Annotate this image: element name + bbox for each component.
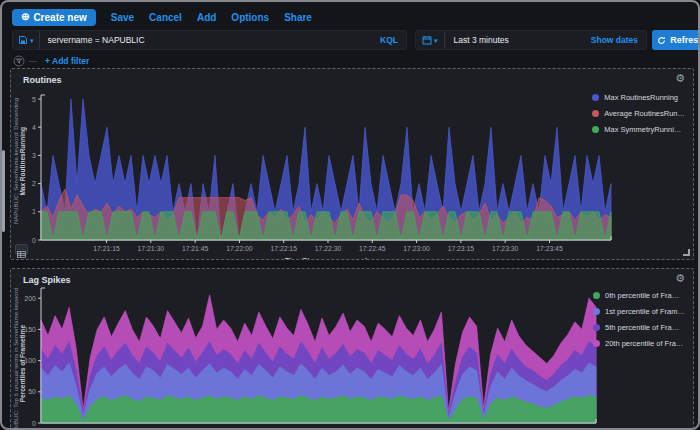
lag-spikes-chart-canvas[interactable]: 050100150200 [11,281,693,430]
svg-text:17:21:30: 17:21:30 [138,245,165,252]
time-range-display[interactable]: Last 3 minutes [445,35,591,45]
panel-routines: Routines ⚙ NAPUBLIC; ServerName.keyword:… [10,68,694,260]
panel-lag-spikes: Lag Spikes ⚙ NAPUBLIC: Top 6 unusual ter… [10,268,694,430]
svg-text:17:22:00: 17:22:00 [226,245,253,252]
svg-text:17:23:00: 17:23:00 [403,245,430,252]
svg-text:17:23:45: 17:23:45 [536,245,563,252]
chevron-down-icon: ▾ [30,37,34,44]
create-new-label: Create new [33,12,86,23]
svg-text:17:21:15: 17:21:15 [93,245,120,252]
add-button[interactable]: Add [197,12,216,23]
legend-dot-icon [592,94,599,101]
svg-text:17:22:45: 17:22:45 [359,245,386,252]
kql-language-button[interactable]: KQL [380,35,406,45]
legend-dot-icon [592,126,599,133]
legend: Max RoutinesRunningAverage RoutinesRun…M… [592,93,685,134]
filter-icon[interactable] [13,55,25,67]
svg-text:17:22:30: 17:22:30 [315,245,342,252]
plus-circle-icon: ⊕ [21,12,29,22]
svg-text:17:21:45: 17:21:45 [182,245,209,252]
query-bar: ▾ KQL [12,30,407,50]
svg-text:17:23:15: 17:23:15 [448,245,475,252]
legend-label: 1st percentile of Fram… [605,307,685,316]
legend-item[interactable]: 5th percentile of Fra… [593,323,685,332]
legend-label: 0th percentile of Fra… [605,291,679,300]
legend-dot-icon [593,324,600,331]
legend-item[interactable]: Max SymmetryRunni… [592,125,685,134]
svg-text:150: 150 [24,326,36,333]
dashboard-window: ⊕ Create new Save Cancel Add Options Sha… [0,0,700,430]
legend-dot-icon [592,110,599,117]
svg-text:0: 0 [32,237,36,244]
top-toolbar: ⊕ Create new Save Cancel Add Options Sha… [12,8,688,26]
inspect-data-button[interactable] [15,244,28,255]
save-icon [18,35,28,45]
legend-item[interactable]: Max RoutinesRunning [592,93,685,102]
filter-divider: — [29,56,37,65]
time-picker: ▾ Last 3 minutes Show dates [415,30,647,50]
legend-item[interactable]: 20th percentile of Fra… [593,339,685,348]
create-new-button[interactable]: ⊕ Create new [12,9,96,26]
options-button[interactable]: Options [231,12,269,23]
show-dates-button[interactable]: Show dates [591,35,646,45]
svg-text:200: 200 [24,295,36,302]
svg-text:17:23:30: 17:23:30 [492,245,519,252]
svg-text:5: 5 [32,96,36,103]
calendar-icon [422,35,432,45]
legend-label: Max SymmetryRunni… [604,125,681,134]
search-row: ▾ KQL ▾ Last 3 minutes Show dates Refres… [12,30,695,50]
svg-text:0: 0 [32,420,36,427]
refresh-icon [657,36,666,45]
query-input[interactable] [40,35,381,45]
chevron-down-icon: ▾ [434,37,438,44]
legend-label: Average RoutinesRun… [604,109,685,118]
share-button[interactable]: Share [284,12,312,23]
svg-text:3: 3 [32,152,36,159]
filter-bar: — + Add filter [13,54,89,67]
panel-resize-handle[interactable] [683,249,690,256]
saved-query-menu-button[interactable]: ▾ [13,31,40,49]
svg-text:4: 4 [32,124,36,131]
legend-item[interactable]: 1st percentile of Fram… [593,307,685,316]
svg-text:50: 50 [28,388,36,395]
svg-text:2: 2 [32,180,36,187]
table-grid-icon [17,251,26,258]
svg-text:TimeStamp per second: TimeStamp per second [285,256,368,259]
legend-dot-icon [593,340,600,347]
add-filter-button[interactable]: + Add filter [45,56,89,66]
legend-label: Max RoutinesRunning [604,93,678,102]
cancel-button[interactable]: Cancel [149,12,182,23]
save-button[interactable]: Save [111,12,134,23]
legend-dot-icon [593,308,600,315]
svg-text:1: 1 [32,208,36,215]
refresh-label: Refresh [670,35,700,45]
legend-dot-icon [593,292,600,299]
legend-item[interactable]: Average RoutinesRun… [592,109,685,118]
date-menu-button[interactable]: ▾ [416,31,445,49]
legend-label: 5th percentile of Fra… [605,323,679,332]
svg-text:17:22:15: 17:22:15 [270,245,297,252]
legend-label: 20th percentile of Fra… [605,339,683,348]
routines-chart-canvas[interactable]: 01234517:21:1517:21:3017:21:4517:22:0017… [11,83,693,259]
legend-item[interactable]: 0th percentile of Fra… [593,291,685,300]
refresh-button[interactable]: Refresh [652,30,700,50]
svg-text:100: 100 [24,357,36,364]
legend: 0th percentile of Fra…1st percentile of … [593,291,685,348]
left-scrollbar[interactable] [2,150,5,232]
